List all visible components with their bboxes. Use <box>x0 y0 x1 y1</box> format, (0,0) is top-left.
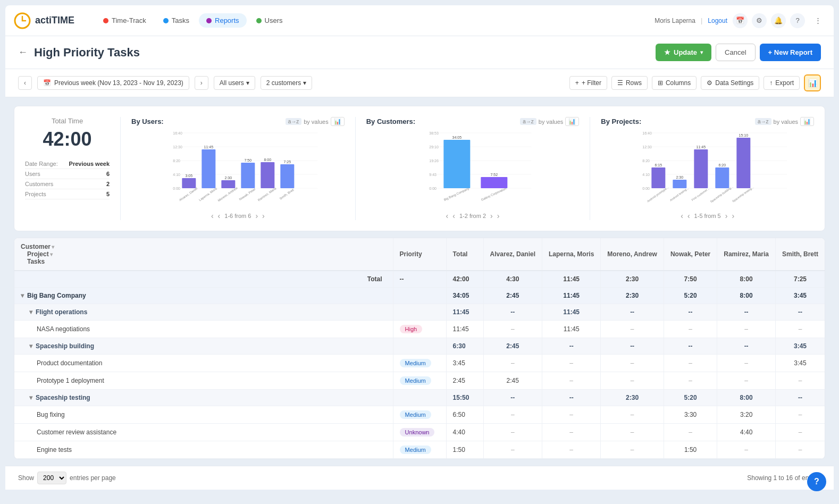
svg-text:8:00: 8:00 <box>264 158 272 162</box>
svg-text:11:45: 11:45 <box>697 145 706 149</box>
help-button[interactable]: ? <box>807 472 826 491</box>
by-projects-prev2[interactable]: ‹ <box>687 212 690 220</box>
by-projects-prev[interactable]: ‹ <box>681 212 683 220</box>
th-user-1: Laperna, Moris <box>542 238 600 271</box>
nav-reports-label: Reports <box>215 16 239 24</box>
svg-text:0:00: 0:00 <box>643 187 650 190</box>
by-users-prev[interactable]: ‹ <box>211 212 214 220</box>
rows-button[interactable]: ☰ Rows <box>611 76 648 90</box>
priority-badge: Unknown <box>400 428 435 436</box>
svg-rect-41 <box>481 177 507 188</box>
summary-meta: Date Range: Previous week Users 6 Custom… <box>25 159 110 199</box>
by-customers-svg-chart: 38:53 29:10 19:26 9:43 0:00 34:05 7:52 B… <box>366 130 580 205</box>
logo: actiTIME <box>14 12 74 29</box>
svg-text:8:20: 8:20 <box>643 159 650 163</box>
reports-dot <box>206 18 212 23</box>
total-time-value: 42:00 <box>25 128 110 150</box>
by-projects-next2[interactable]: › <box>732 212 734 220</box>
customers-filter[interactable]: 2 customers ▾ <box>261 76 312 90</box>
collapse-icon[interactable]: ▾ <box>29 394 32 401</box>
total-label: Total <box>14 271 393 288</box>
svg-text:Laperna, Moris: Laperna, Moris <box>198 187 217 201</box>
nav-right: Moris Laperna | Logout 📅 ⚙ 🔔 ? ⋮ <box>655 13 825 28</box>
total-user-0: 4:30 <box>483 271 542 288</box>
by-users-sort: a→z by values 📊 <box>286 117 345 126</box>
nav-users[interactable]: Users <box>249 13 290 28</box>
users-filter[interactable]: All users ▾ <box>214 76 255 90</box>
new-report-button[interactable]: + + New ReportNew Report <box>760 44 821 61</box>
data-settings-button[interactable]: ⚙ Data Settings <box>701 76 759 90</box>
columns-icon: ⊞ <box>658 79 663 87</box>
by-customers-next2[interactable]: › <box>497 212 500 220</box>
next-period-button[interactable]: › <box>195 76 208 90</box>
rows-icon: ☰ <box>617 79 623 87</box>
by-users-prev2[interactable]: ‹ <box>218 212 221 220</box>
by-customers-prev[interactable]: ‹ <box>446 212 449 220</box>
export-button[interactable]: ↑ Export <box>764 76 800 90</box>
help-icon-btn[interactable]: ? <box>790 13 805 28</box>
by-customers-chart-type-btn[interactable]: 📊 <box>565 117 579 126</box>
svg-rect-21 <box>280 164 294 188</box>
settings-icon-btn[interactable]: ⚙ <box>752 13 767 28</box>
table-row: ▾Big Bang Company 34:05 2:45 11:45 2:30 … <box>14 288 825 304</box>
by-projects-chart-type-btn[interactable]: 📊 <box>800 117 814 126</box>
by-users-pagination: ‹ ‹ 1-6 from 6 › › <box>131 212 345 220</box>
by-customers-next[interactable]: › <box>490 212 493 220</box>
nav-reports[interactable]: Reports <box>199 13 247 28</box>
by-projects-svg-chart: 16:40 12:30 8:20 4:10 0:00 6:15 2:30 11:… <box>601 130 814 205</box>
table-row: Customer review assistance Unknown 4:40 … <box>14 424 825 441</box>
tasks-header: Tasks <box>27 258 45 265</box>
th-user-5: Smith, Brett <box>775 238 825 271</box>
total-user-1: 11:45 <box>542 271 600 288</box>
by-projects-next[interactable]: › <box>725 212 728 220</box>
collapse-icon[interactable]: ▾ <box>21 292 24 299</box>
bell-icon-btn[interactable]: 🔔 <box>771 13 786 28</box>
svg-rect-39 <box>443 140 470 188</box>
th-customer: Customer Project Tasks <box>14 238 393 271</box>
nav-tasks[interactable]: Tasks <box>156 13 197 28</box>
priority-badge: Medium <box>400 376 431 385</box>
svg-text:29:10: 29:10 <box>429 145 439 149</box>
svg-text:38:53: 38:53 <box>429 131 439 135</box>
filter-button[interactable]: + + Filter <box>569 76 607 90</box>
collapse-icon[interactable]: ▾ <box>29 308 32 316</box>
svg-rect-19 <box>261 162 274 188</box>
update-button[interactable]: ★ ★ Update Update ▾ <box>656 44 711 61</box>
header-actions: ★ ★ Update Update ▾ Cancel + + New Repor… <box>656 44 821 61</box>
nav-time-track[interactable]: Time-Track <box>96 13 154 28</box>
project-sort[interactable]: Project <box>27 250 387 258</box>
by-users-next[interactable]: › <box>255 212 258 220</box>
by-customers-chart-section: By Customers: a→z by values 📊 38:53 29:1… <box>366 117 591 220</box>
calendar-icon-btn[interactable]: 📅 <box>733 13 748 28</box>
prev-period-button[interactable]: ‹ <box>18 76 32 90</box>
th-total: Total <box>446 238 483 271</box>
chart-view-button[interactable]: 📊 <box>804 74 821 91</box>
svg-text:Android testing...: Android testing... <box>669 187 690 202</box>
priority-badge: High <box>400 325 423 333</box>
th-user-0: Alvarez, Daniel <box>483 238 542 271</box>
logo-icon <box>14 12 31 29</box>
per-page-select[interactable]: 200 50 100 <box>37 472 66 484</box>
cancel-button[interactable]: Cancel <box>716 44 755 61</box>
svg-text:Big Bang Company: Big Bang Company <box>443 187 469 201</box>
date-range-picker[interactable]: 📅 Previous week (Nov 13, 2023 - Nov 19, … <box>37 76 189 90</box>
back-button[interactable]: ← <box>18 47 28 58</box>
data-table: Customer Project Tasks Priority Total Al… <box>14 238 825 459</box>
logout-link[interactable]: Logout <box>708 17 727 24</box>
customers-row: Customers 2 <box>25 179 110 189</box>
chevron-down-icon: ▾ <box>700 49 703 55</box>
by-users-chart-type-btn[interactable]: 📊 <box>331 117 345 126</box>
customer-sort[interactable]: Customer <box>21 243 387 250</box>
table-row: Bug fixing Medium 6:50 – – – 3:30 3:20 – <box>14 406 825 424</box>
table-row: ▾Spaceship testing 15:50 -- -- 2:30 5:20… <box>14 390 825 406</box>
svg-rect-59 <box>694 149 708 188</box>
svg-text:16:40: 16:40 <box>173 131 182 135</box>
columns-button[interactable]: ⊞ Columns <box>652 76 697 90</box>
svg-text:2:30: 2:30 <box>225 176 232 180</box>
collapse-icon[interactable]: ▾ <box>29 342 32 350</box>
by-users-next2[interactable]: › <box>262 212 265 220</box>
table-row: Prototype 1 deployment Medium 2:45 2:45 … <box>14 372 825 390</box>
by-customers-prev2[interactable]: ‹ <box>452 212 455 220</box>
more-options-btn[interactable]: ⋮ <box>810 13 825 28</box>
total-time-section: Total Time 42:00 Date Range: Previous we… <box>25 117 121 220</box>
